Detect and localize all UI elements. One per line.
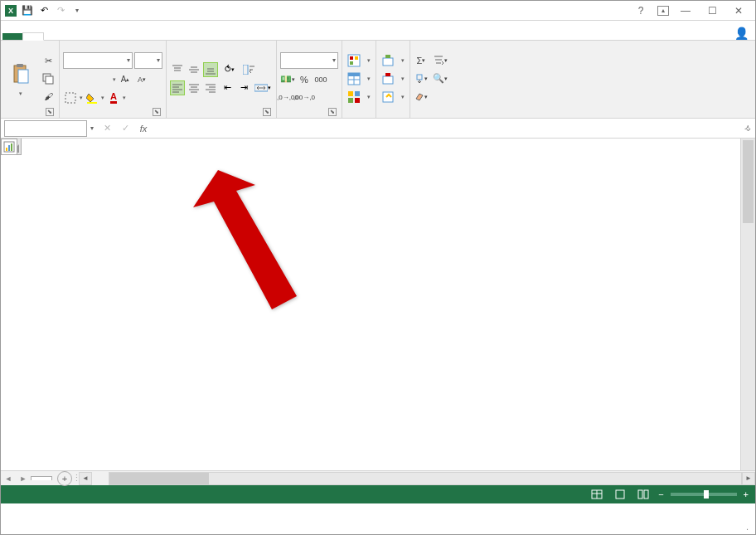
worksheet-area (1, 139, 755, 470)
vertical-scrollbar[interactable] (740, 139, 755, 470)
sheet-nav-first-icon[interactable]: ◄ (1, 472, 16, 485)
accounting-icon[interactable]: 💵▾ (280, 72, 295, 87)
zoom-in-icon[interactable]: + (744, 489, 749, 499)
font-size-select[interactable] (134, 52, 162, 69)
conditional-formatting-button[interactable]: ▾ (346, 52, 372, 69)
view-normal-icon[interactable] (589, 488, 605, 501)
minimize-icon[interactable]: — (676, 3, 695, 18)
format-as-table-button[interactable]: ▾ (346, 71, 372, 87)
align-middle-icon[interactable] (187, 62, 201, 77)
tab-formulas[interactable] (84, 33, 104, 40)
zoom-slider[interactable] (671, 493, 737, 496)
number-launcher[interactable]: ⬊ (328, 108, 337, 116)
new-sheet-icon[interactable]: + (57, 471, 72, 486)
align-launcher[interactable]: ⬊ (263, 108, 271, 116)
qat-dropdown-icon[interactable]: ▾ (70, 4, 84, 17)
sort-filter-icon[interactable]: ▾ (430, 53, 450, 68)
cell-styles-button[interactable]: ▾ (346, 89, 372, 105)
fill-color-icon[interactable] (85, 90, 99, 105)
align-right-icon[interactable] (203, 80, 218, 95)
view-page-break-icon[interactable] (635, 488, 652, 501)
decrease-decimal-icon[interactable]: ,00→,0 (297, 90, 312, 105)
orientation-icon[interactable]: ⥀▾ (220, 62, 240, 77)
save-icon[interactable]: 💾 (21, 4, 34, 17)
copy-icon[interactable] (41, 71, 56, 86)
cut-icon[interactable]: ✂ (41, 54, 56, 69)
excel-icon[interactable]: X (4, 4, 17, 17)
svg-rect-41 (355, 98, 360, 103)
name-box[interactable] (4, 120, 87, 137)
format-cells-button[interactable]: ▾ (380, 89, 406, 105)
comma-icon[interactable]: 000 (313, 72, 328, 87)
find-icon[interactable]: 🔍▾ (430, 71, 450, 86)
svg-rect-5 (65, 93, 75, 103)
svg-rect-50 (8, 145, 10, 151)
merge-icon[interactable]: ▾ (253, 80, 273, 95)
autosum-icon[interactable]: Σ▾ (414, 53, 429, 68)
view-page-layout-icon[interactable] (612, 488, 628, 501)
watermark: . (743, 521, 752, 533)
conditional-icon (347, 54, 361, 67)
tab-review[interactable] (124, 33, 143, 40)
underline-button[interactable] (96, 72, 111, 87)
svg-rect-38 (348, 91, 353, 96)
font-launcher[interactable]: ⬊ (153, 108, 161, 116)
collapse-ribbon-icon[interactable]: ㅅ (744, 122, 752, 134)
paste-button[interactable]: ▾ (4, 42, 37, 114)
clipboard-launcher[interactable]: ⬊ (46, 108, 54, 116)
grow-font-icon[interactable]: A▴ (118, 72, 133, 87)
delete-cells-button[interactable]: ▾ (380, 71, 406, 87)
help-icon[interactable]: ? (631, 3, 651, 18)
group-font: ▾ A▴ A▾ ▾ ▾ A ▾ ⬊ (60, 41, 167, 118)
decrease-indent-icon[interactable]: ⇤ (220, 80, 235, 95)
redo-icon[interactable]: ↷ (54, 4, 67, 17)
borders-icon[interactable] (63, 90, 78, 105)
column-headers (22, 139, 755, 155)
font-name-select[interactable] (63, 52, 133, 69)
svg-rect-16 (243, 65, 248, 75)
tab-page-layout[interactable] (64, 33, 84, 40)
cell-styles-icon (347, 90, 361, 104)
sheet-nav-prev-icon[interactable]: ► (16, 472, 31, 485)
tab-view[interactable] (143, 33, 163, 40)
maximize-icon[interactable]: ☐ (702, 3, 722, 18)
fill-icon[interactable]: ▾ (414, 71, 429, 86)
align-center-icon[interactable] (187, 80, 201, 95)
close-icon[interactable]: ✕ (729, 3, 749, 18)
hscroll-right-icon[interactable]: ► (742, 472, 755, 485)
shrink-font-icon[interactable]: A▾ (134, 72, 149, 87)
fx-icon[interactable]: fx (135, 120, 152, 137)
svg-rect-47 (417, 75, 422, 80)
format-painter-icon[interactable]: 🖌 (41, 89, 56, 104)
enter-formula-icon[interactable]: ✓ (117, 120, 133, 137)
svg-rect-40 (348, 98, 353, 103)
bold-button[interactable] (63, 72, 78, 87)
sheet-tab[interactable] (31, 476, 52, 480)
tab-insert[interactable] (44, 33, 64, 40)
ribbon-options-icon[interactable]: ▴ (657, 6, 669, 16)
svg-rect-49 (6, 148, 7, 151)
horizontal-scrollbar[interactable] (109, 472, 742, 485)
increase-indent-icon[interactable]: ⇥ (236, 80, 251, 95)
insert-cells-button[interactable]: ▾ (380, 52, 406, 69)
undo-icon[interactable]: ↶ (37, 4, 51, 17)
tab-data[interactable] (104, 33, 124, 40)
cancel-formula-icon[interactable]: ✕ (99, 120, 115, 137)
align-bottom-icon[interactable] (203, 62, 218, 77)
align-left-icon[interactable] (170, 80, 185, 95)
align-top-icon[interactable] (170, 62, 185, 77)
tab-file[interactable] (2, 33, 22, 40)
svg-rect-51 (11, 143, 12, 151)
percent-icon[interactable]: % (297, 72, 312, 87)
hscroll-left-icon[interactable]: ◄ (79, 472, 92, 485)
tab-home[interactable] (22, 32, 44, 41)
zoom-out-icon[interactable]: − (658, 489, 663, 499)
wrap-text-icon[interactable] (241, 62, 258, 77)
sign-in[interactable]: 👤 (731, 27, 749, 40)
svg-rect-58 (644, 490, 648, 499)
quick-analysis-icon[interactable] (1, 139, 17, 155)
clear-icon[interactable]: ▾ (414, 90, 429, 105)
italic-button[interactable] (80, 72, 94, 87)
number-format-select[interactable] (280, 52, 338, 69)
font-color-icon[interactable]: A (106, 90, 121, 105)
